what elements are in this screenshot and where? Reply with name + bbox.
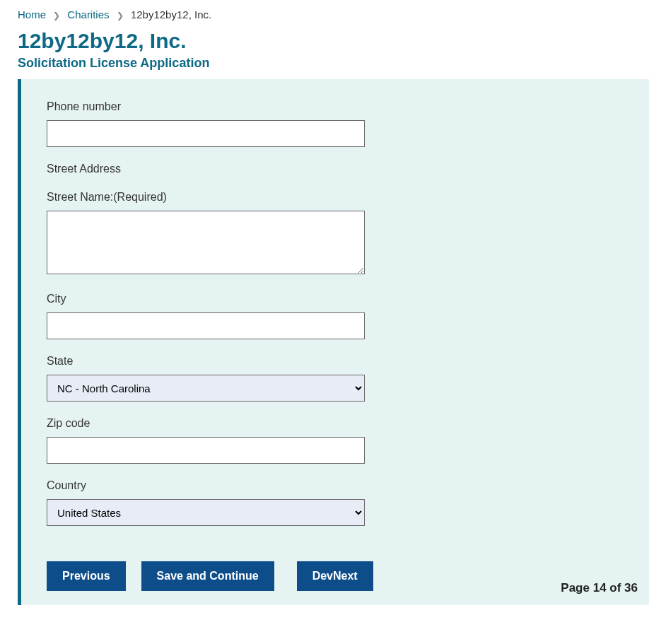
state-select[interactable]: NC - North Carolina xyxy=(47,375,365,402)
state-group: State NC - North Carolina xyxy=(47,355,624,402)
page-indicator: Page 14 of 36 xyxy=(561,581,638,595)
street-required: (Required) xyxy=(113,191,167,203)
street-label: Street Name:(Required) xyxy=(47,191,624,204)
phone-input[interactable] xyxy=(47,120,365,147)
chevron-right-icon: ❯ xyxy=(117,11,124,21)
breadcrumb-home[interactable]: Home xyxy=(18,8,46,21)
street-label-text: Street Name: xyxy=(47,191,113,203)
button-row: Previous Save and Continue DevNext xyxy=(47,561,624,591)
city-input[interactable] xyxy=(47,312,365,339)
page-title: 12by12by12, Inc. xyxy=(18,29,631,53)
phone-label: Phone number xyxy=(47,100,624,113)
city-group: City xyxy=(47,293,624,339)
breadcrumb-current: 12by12by12, Inc. xyxy=(131,8,211,21)
save-and-continue-button[interactable]: Save and Continue xyxy=(141,561,274,591)
chevron-right-icon: ❯ xyxy=(53,11,60,21)
devnext-button[interactable]: DevNext xyxy=(297,561,373,591)
zip-label: Zip code xyxy=(47,417,624,430)
country-select[interactable]: United States xyxy=(47,499,365,526)
city-label: City xyxy=(47,293,624,305)
zip-group: Zip code xyxy=(47,417,624,464)
country-label: Country xyxy=(47,479,624,492)
street-textarea[interactable] xyxy=(47,211,365,274)
previous-button[interactable]: Previous xyxy=(47,561,126,591)
page-subtitle: Solicitation License Application xyxy=(18,56,631,71)
page-header: 12by12by12, Inc. Solicitation License Ap… xyxy=(0,29,649,79)
country-group: Country United States xyxy=(47,479,624,526)
street-group: Street Name:(Required) xyxy=(47,191,624,277)
zip-input[interactable] xyxy=(47,437,365,464)
form-panel: Phone number Street Address Street Name:… xyxy=(18,79,649,605)
breadcrumb-charities[interactable]: Charities xyxy=(67,8,109,21)
state-label: State xyxy=(47,355,624,368)
breadcrumb: Home ❯ Charities ❯ 12by12by12, Inc. xyxy=(0,0,649,29)
street-address-heading: Street Address xyxy=(47,163,624,175)
phone-group: Phone number xyxy=(47,100,624,147)
